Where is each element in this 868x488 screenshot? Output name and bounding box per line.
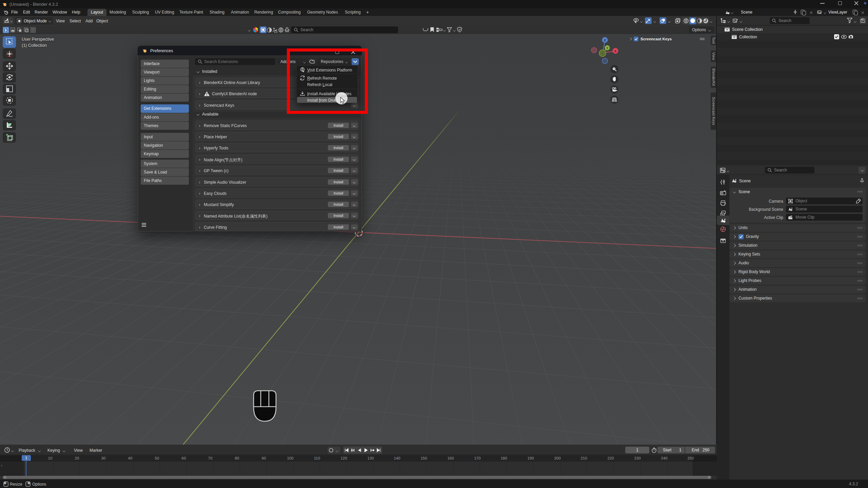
svg-text:Y: Y bbox=[606, 46, 608, 50]
svg-text:X: X bbox=[614, 49, 616, 53]
svg-text:Z: Z bbox=[604, 39, 606, 42]
